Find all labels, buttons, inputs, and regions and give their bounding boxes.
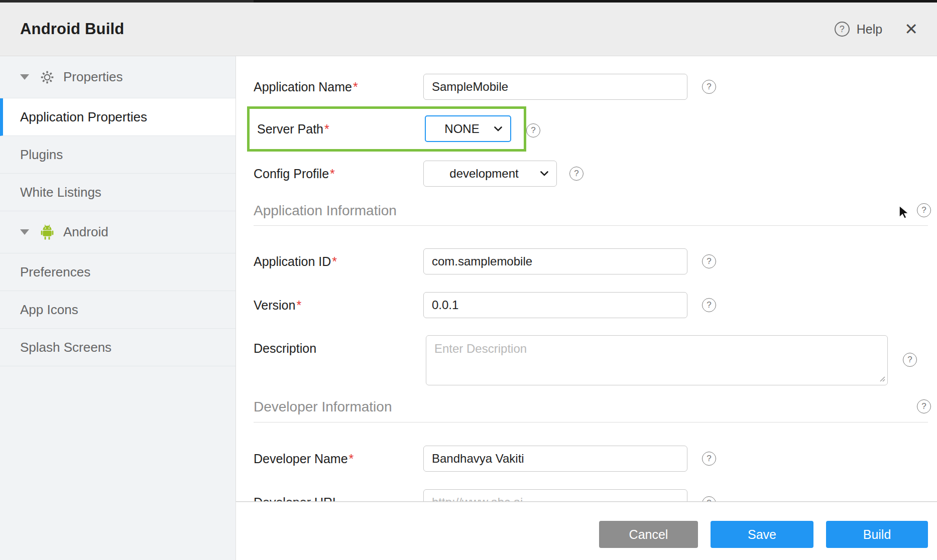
chevron-expanded-icon[interactable] (20, 74, 29, 80)
server-path-help-icon[interactable]: ? (526, 123, 540, 137)
required-asterisk: * (349, 452, 354, 466)
application-id-input[interactable] (423, 248, 687, 274)
developer-url-input[interactable] (423, 489, 687, 502)
sidebar-group-label: Properties (63, 69, 123, 85)
sidebar-group-android[interactable]: Android (0, 211, 236, 253)
description-help-icon[interactable]: ? (903, 353, 917, 367)
config-profile-label: Config Profile* (254, 161, 335, 187)
android-build-dialog: Android Build ? Help ✕ (0, 0, 937, 560)
config-profile-dropdown[interactable]: development (423, 161, 557, 187)
version-label: Version* (254, 292, 301, 318)
mouse-cursor (898, 205, 911, 220)
sidebar-item-label: App Icons (20, 302, 78, 318)
help-button[interactable]: ? Help (835, 22, 882, 37)
sidebar-item-label: Preferences (20, 264, 90, 280)
required-asterisk: * (324, 122, 329, 136)
close-icon[interactable]: ✕ (904, 21, 918, 37)
application-information-title: Application Information (254, 201, 397, 221)
sidebar-item-application-properties[interactable]: Application Properties (0, 98, 236, 136)
version-input[interactable] (423, 292, 687, 318)
form-scroll-area[interactable]: Application Name* ? Server Path* NONE (236, 56, 937, 502)
sidebar-item-white-listings[interactable]: White Listings (0, 174, 236, 211)
required-asterisk: * (332, 254, 337, 268)
server-path-value: NONE (444, 122, 479, 136)
footer-actions: Cancel Save Build (236, 502, 937, 560)
description-label: Description (254, 335, 316, 361)
cancel-button[interactable]: Cancel (599, 521, 698, 548)
help-label[interactable]: Help (857, 22, 882, 37)
chevron-down-icon (540, 171, 548, 176)
server-path-dropdown[interactable]: NONE (425, 115, 511, 142)
config-profile-help-icon[interactable]: ? (569, 167, 583, 181)
sidebar-group-properties[interactable]: Properties (0, 56, 236, 98)
application-id-help-icon[interactable]: ? (702, 254, 716, 268)
application-information-help-icon[interactable]: ? (917, 203, 931, 217)
chevron-expanded-icon[interactable] (20, 229, 29, 235)
required-asterisk: * (353, 80, 358, 94)
description-textarea[interactable] (426, 335, 888, 385)
dialog-title: Android Build (20, 20, 125, 38)
application-id-label: Application ID* (254, 248, 337, 274)
version-help-icon[interactable]: ? (702, 298, 716, 312)
application-name-label: Application Name* (254, 74, 358, 100)
sidebar-item-splash-screens[interactable]: Splash Screens (0, 329, 236, 366)
server-path-highlight-box: Server Path* NONE (247, 106, 526, 152)
sidebar: Properties Application Properties Plugin… (0, 56, 236, 560)
main-panel: Application Name* ? Server Path* NONE (236, 56, 937, 560)
gear-icon (39, 70, 55, 85)
save-button[interactable]: Save (711, 521, 813, 548)
sidebar-group-label: Android (63, 224, 108, 240)
sidebar-item-label: White Listings (20, 185, 101, 200)
developer-url-help-icon[interactable]: ? (702, 496, 716, 502)
sidebar-item-plugins[interactable]: Plugins (0, 136, 236, 174)
developer-information-title: Developer Information (254, 397, 392, 417)
config-profile-value: development (449, 167, 518, 181)
developer-information-help-icon[interactable]: ? (917, 399, 931, 413)
developer-name-label: Developer Name* (254, 446, 354, 472)
chevron-down-icon (494, 126, 502, 131)
sidebar-item-app-icons[interactable]: App Icons (0, 291, 236, 329)
android-robot-icon (39, 224, 55, 240)
developer-name-input[interactable] (423, 446, 687, 472)
section-divider (254, 422, 928, 423)
required-asterisk: * (330, 167, 335, 181)
sidebar-item-label: Application Properties (20, 109, 147, 125)
description-field-wrap (426, 335, 888, 385)
application-name-help-icon[interactable]: ? (702, 80, 716, 94)
developer-name-help-icon[interactable]: ? (702, 452, 716, 466)
developer-url-label: Developer URL (254, 489, 339, 502)
dialog-header: Android Build ? Help ✕ (0, 3, 937, 56)
server-path-label: Server Path* (257, 109, 329, 149)
required-asterisk: * (296, 298, 301, 312)
help-icon[interactable]: ? (835, 22, 850, 37)
build-button[interactable]: Build (826, 521, 928, 548)
sidebar-item-label: Plugins (20, 147, 63, 163)
sidebar-item-label: Splash Screens (20, 340, 111, 355)
section-divider (254, 225, 928, 226)
sidebar-item-preferences[interactable]: Preferences (0, 253, 236, 291)
application-name-input[interactable] (423, 74, 687, 100)
